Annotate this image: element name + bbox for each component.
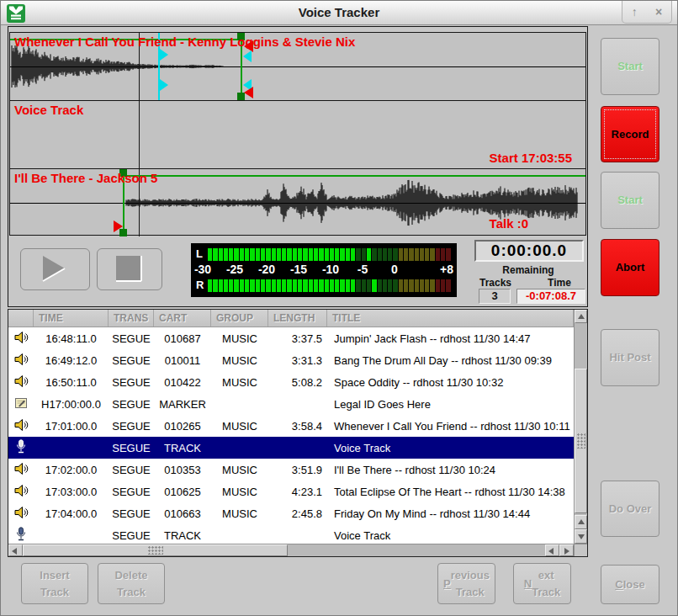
close-window-icon[interactable]: ×: [655, 5, 662, 19]
meter-segment: [404, 279, 408, 292]
column-header-cart[interactable]: CART: [154, 310, 211, 327]
hit-post-button[interactable]: Hit Post: [601, 329, 659, 386]
log-row[interactable]: SEGUETRACKVoice Track: [8, 437, 574, 459]
track-title: Voice Track: [14, 103, 83, 117]
column-header-time[interactable]: TIME: [34, 310, 109, 327]
column-header-group[interactable]: GROUP: [211, 310, 268, 327]
close-button[interactable]: Close: [601, 565, 659, 604]
cell-length: 3:37.5: [268, 332, 327, 345]
log-row[interactable]: 16:50:11.0SEGUE010422MUSIC5:08.2Space Od…: [8, 371, 574, 393]
track-end-marker-lower[interactable]: [244, 87, 253, 98]
scroll-up-button-2[interactable]: [575, 515, 587, 529]
cell-trans: SEGUE: [109, 442, 154, 454]
level-line[interactable]: [123, 175, 585, 177]
cell-time: 17:04:00.0: [34, 507, 109, 520]
vertical-scrollbar[interactable]: [574, 310, 587, 544]
column-header-length[interactable]: LENGTH: [268, 310, 327, 327]
meter-segment: [319, 248, 323, 261]
track-start-marker[interactable]: [114, 220, 123, 232]
start-after-button[interactable]: Start: [601, 172, 659, 229]
meter-segment: [446, 279, 450, 292]
meter-segment: [219, 279, 223, 292]
log-row[interactable]: SEGUETRACKVoice Track: [8, 524, 574, 544]
horizontal-scrollbar[interactable]: [8, 544, 574, 556]
meter-segment: [330, 248, 334, 261]
track-voice[interactable]: Voice Track Start 17:03:55: [10, 101, 585, 169]
meter-segment: [430, 248, 434, 261]
do-over-button[interactable]: Do Over: [601, 481, 659, 537]
scroll-right-button[interactable]: [559, 544, 574, 556]
log-row[interactable]: 17:02:00.0SEGUE010353MUSIC3:51.9I'll Be …: [8, 459, 574, 481]
cell-title: Jumpin' Jack Flash -- rdhost 11/30 14:47: [327, 332, 574, 345]
cell-trans: SEGUE: [109, 529, 154, 542]
meter-segment: [272, 248, 276, 261]
cell-cart: 010663: [154, 507, 211, 520]
meter-scale-label: -15: [290, 263, 307, 276]
meter-segment: [383, 248, 387, 261]
stop-button[interactable]: [97, 248, 162, 290]
meter-segment: [340, 279, 344, 292]
meter-segment: [362, 248, 366, 261]
window-titlebar[interactable]: Voice Tracker ↑ ×: [1, 1, 677, 25]
track-before-waveform[interactable]: Whenever I Call You Friend - Kenny Loggi…: [10, 33, 585, 101]
play-button[interactable]: [20, 248, 90, 290]
log-row[interactable]: 17:03:00.0SEGUE010625MUSIC4:23.1Total Ec…: [8, 481, 574, 502]
cell-trans: SEGUE: [109, 354, 154, 367]
cell-group: MUSIC: [211, 354, 268, 367]
log-row[interactable]: H17:00:00.0SEGUEMARKERLegal ID Goes Here: [8, 393, 574, 415]
shade-window-icon[interactable]: ↑: [632, 5, 638, 19]
scroll-left-button-2[interactable]: [545, 544, 559, 556]
meter-segment: [441, 248, 445, 261]
meter-segment: [430, 279, 434, 292]
meter-scale-label: -5: [358, 263, 368, 276]
cell-trans: SEGUE: [109, 398, 154, 411]
meter-segment: [229, 248, 233, 261]
cell-title: Space Oddity -- rdhost 11/30 10:32: [327, 376, 574, 389]
insert-track-button[interactable]: Insert Track: [21, 563, 88, 604]
cell-trans: SEGUE: [109, 507, 154, 520]
log-table: TIMETRANSCARTGROUPLENGTHTITLE 16:48:11.0…: [8, 309, 588, 557]
meter-segment: [367, 248, 371, 261]
cell-time: 17:02:00.0: [34, 464, 109, 476]
meter-segment: [409, 279, 413, 292]
meter-segment: [425, 279, 429, 292]
record-button[interactable]: Record: [601, 106, 659, 162]
cell-cart: 010353: [154, 464, 211, 476]
delete-track-button[interactable]: Delete Track: [98, 563, 165, 604]
meter-segment: [234, 279, 238, 292]
log-row[interactable]: 16:48:11.0SEGUE010687MUSIC3:37.5Jumpin' …: [8, 327, 574, 349]
track-title: I'll Be There - Jackson 5: [14, 171, 157, 185]
scroll-up-button[interactable]: [575, 310, 587, 323]
abort-button[interactable]: Abort: [601, 239, 659, 296]
log-row[interactable]: 16:49:12.0SEGUE010011MUSIC3:31.3Bang The…: [8, 349, 574, 371]
cell-trans: SEGUE: [109, 420, 154, 433]
meter-scale-label: -30: [194, 263, 211, 276]
scroll-down-button[interactable]: [575, 529, 587, 544]
meter-segment: [250, 248, 254, 261]
scroll-left-button[interactable]: [8, 544, 23, 556]
log-table-body: 16:48:11.0SEGUE010687MUSIC3:37.5Jumpin' …: [8, 327, 574, 544]
column-header-icon[interactable]: [8, 310, 34, 327]
talk-end-handle-upper[interactable]: [243, 50, 252, 62]
previous-track-button[interactable]: Previous Track: [437, 563, 495, 604]
column-header-title[interactable]: TITLE: [327, 310, 574, 327]
talk-start-handle-upper[interactable]: [160, 49, 168, 61]
log-row[interactable]: 17:01:00.0SEGUE010265MUSIC3:58.4Whenever…: [8, 415, 574, 437]
talk-time-label: Talk :0: [490, 216, 528, 231]
speaker-icon: [14, 331, 29, 344]
elapsed-time-display: 0:00:00.0: [474, 240, 584, 262]
cell-title: Friday On My Mind -- rdhost 11/30 14:44: [327, 507, 574, 520]
log-row[interactable]: 17:04:00.0SEGUE010663MUSIC2:45.8Friday O…: [8, 502, 574, 524]
meter-segment: [351, 248, 355, 261]
column-header-trans[interactable]: TRANS: [109, 310, 154, 327]
meter-segment: [208, 248, 212, 261]
vertical-scrollbar-thumb[interactable]: [575, 369, 587, 513]
start-before-button[interactable]: Start: [601, 38, 659, 95]
meter-scale-label: -25: [226, 263, 243, 276]
talk-start-handle-lower[interactable]: [160, 79, 168, 91]
waveform-panel: Whenever I Call You Friend - Kenny Loggi…: [8, 26, 588, 307]
row-icon-cell: [8, 418, 34, 434]
next-track-button[interactable]: Next Track: [513, 563, 571, 604]
track-after-waveform[interactable]: I'll Be There - Jackson 5 Talk :0: [10, 169, 585, 236]
horizontal-scrollbar-thumb[interactable]: [23, 544, 288, 556]
